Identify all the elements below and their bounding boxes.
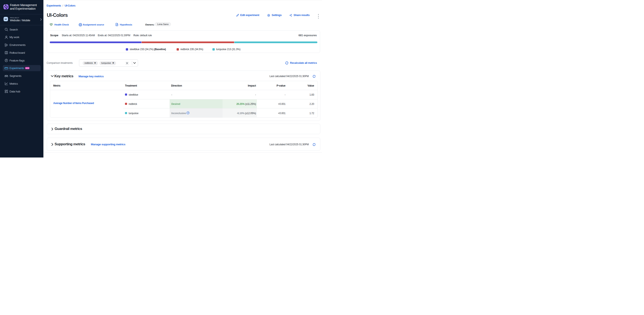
svg-text:?: ? [187, 112, 188, 114]
